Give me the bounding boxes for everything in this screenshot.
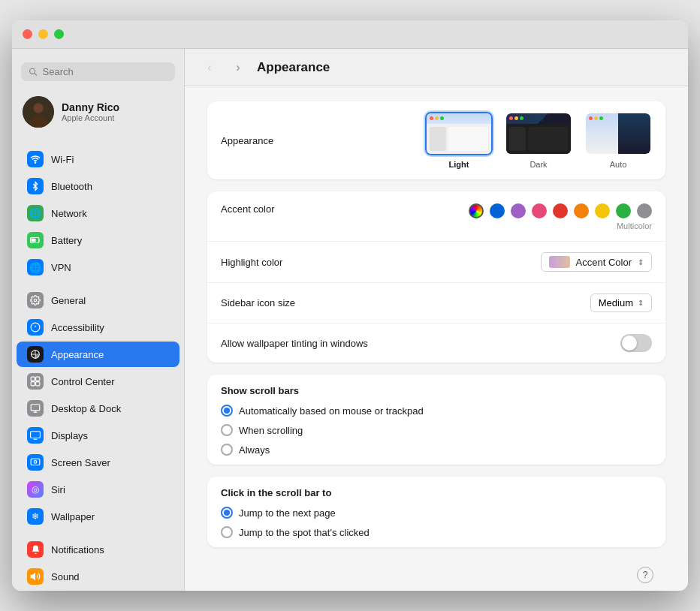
maximize-button[interactable] bbox=[54, 29, 64, 39]
sidebar-icon-size-row: Sidebar icon size Medium ⇕ bbox=[207, 283, 665, 324]
svg-rect-15 bbox=[31, 382, 35, 386]
svg-point-0 bbox=[30, 68, 35, 74]
search-box bbox=[21, 62, 175, 81]
content-area: Danny Rico Apple Account Wi-Fi bbox=[12, 49, 688, 591]
click-scroll-header: Click in the scroll bar to bbox=[207, 477, 665, 503]
back-button[interactable]: ‹ bbox=[200, 58, 219, 77]
accent-selected-label: Multicolor bbox=[617, 221, 652, 230]
accent-blue[interactable] bbox=[490, 203, 505, 218]
svg-line-1 bbox=[35, 73, 37, 75]
general-label: General bbox=[51, 295, 86, 306]
sidebar-item-accessibility[interactable]: Accessibility bbox=[17, 315, 180, 340]
accent-red[interactable] bbox=[553, 203, 568, 218]
desktop-dock-icon bbox=[27, 400, 44, 417]
appearance-icon bbox=[27, 346, 44, 363]
svg-marker-23 bbox=[31, 573, 35, 579]
user-name: Danny Rico bbox=[62, 101, 119, 113]
appearance-option-light[interactable]: Light bbox=[425, 112, 493, 169]
system-preferences-window: Danny Rico Apple Account Wi-Fi bbox=[12, 20, 688, 591]
main-body: Appearance bbox=[185, 86, 688, 591]
accessibility-label: Accessibility bbox=[51, 322, 104, 333]
general-icon bbox=[27, 292, 44, 309]
minimize-button[interactable] bbox=[38, 29, 48, 39]
svg-rect-14 bbox=[36, 377, 40, 381]
wallpaper-tinting-toggle[interactable] bbox=[620, 334, 652, 352]
scroll-always-radio[interactable] bbox=[221, 444, 233, 456]
sidebar-icon-size-label: Sidebar icon size bbox=[221, 297, 356, 309]
sidebar-item-wallpaper[interactable]: ❄ Wallpaper bbox=[17, 504, 180, 529]
siri-icon: ◎ bbox=[27, 481, 44, 498]
click-spot-radio[interactable] bbox=[221, 526, 233, 538]
sidebar-item-network[interactable]: 🌐 Network bbox=[17, 200, 180, 226]
desktop-dock-label: Desktop & Dock bbox=[51, 403, 121, 414]
svg-point-9 bbox=[34, 299, 37, 302]
control-center-label: Control Center bbox=[51, 376, 115, 387]
sidebar-item-sound[interactable]: Sound bbox=[17, 564, 180, 589]
sidebar-item-bluetooth[interactable]: Bluetooth bbox=[17, 173, 180, 199]
accent-green[interactable] bbox=[616, 203, 631, 218]
wifi-icon bbox=[27, 151, 44, 167]
click-scroll-card: Click in the scroll bar to Jump to the n… bbox=[207, 477, 665, 547]
accent-yellow[interactable] bbox=[595, 203, 610, 218]
vpn-label: VPN bbox=[51, 262, 71, 273]
sidebar-item-control-center[interactable]: Control Center bbox=[17, 369, 180, 394]
accent-orange[interactable] bbox=[574, 203, 589, 218]
scroll-auto-radio[interactable] bbox=[221, 405, 233, 417]
forward-button[interactable]: › bbox=[228, 58, 248, 77]
appearance-row-label: Appearance bbox=[221, 135, 356, 146]
show-scroll-bars-header: Show scroll bars bbox=[207, 375, 665, 401]
light-thumbnail bbox=[425, 112, 493, 155]
click-spot-row: Jump to the spot that's clicked bbox=[207, 522, 665, 547]
sidebar-item-battery[interactable]: Battery bbox=[17, 227, 180, 253]
click-next-page-radio[interactable] bbox=[221, 507, 233, 519]
sidebar-item-general[interactable]: General bbox=[17, 287, 180, 313]
svg-point-6 bbox=[35, 162, 35, 163]
appearance-row: Appearance bbox=[207, 101, 665, 179]
appearance-label: Appearance bbox=[51, 349, 104, 360]
user-profile[interactable]: Danny Rico Apple Account bbox=[12, 90, 184, 134]
sidebar-icon-size-button[interactable]: Medium ⇕ bbox=[590, 293, 652, 312]
help-button[interactable]: ? bbox=[637, 567, 653, 583]
auto-label: Auto bbox=[610, 160, 627, 169]
highlight-color-value: Accent Color ⇕ bbox=[356, 252, 652, 272]
network-label: Network bbox=[51, 208, 87, 219]
user-subtitle: Apple Account bbox=[62, 113, 119, 122]
titlebar bbox=[12, 20, 688, 49]
accent-color-row: Accent color bbox=[207, 191, 665, 242]
displays-label: Displays bbox=[51, 430, 88, 441]
sidebar-item-desktop-dock[interactable]: Desktop & Dock bbox=[17, 396, 180, 421]
appearance-options-container: Light bbox=[356, 112, 652, 169]
scroll-always-row: Always bbox=[207, 440, 665, 465]
highlight-color-label: Highlight color bbox=[221, 257, 356, 268]
scroll-scrolling-radio[interactable] bbox=[221, 424, 233, 436]
sidebar-item-notifications[interactable]: Notifications bbox=[17, 537, 180, 562]
user-info: Danny Rico Apple Account bbox=[62, 101, 119, 122]
bluetooth-icon bbox=[27, 178, 44, 194]
appearance-option-auto[interactable]: Auto bbox=[584, 112, 652, 169]
wallpaper-tinting-row: Allow wallpaper tinting in windows bbox=[207, 324, 665, 363]
close-button[interactable] bbox=[23, 29, 32, 39]
bluetooth-label: Bluetooth bbox=[51, 181, 92, 192]
sidebar-item-screen-saver[interactable]: Screen Saver bbox=[17, 450, 180, 475]
sidebar-item-vpn[interactable]: 🌐 VPN bbox=[17, 254, 180, 280]
sidebar-item-displays[interactable]: Displays bbox=[17, 423, 180, 448]
accent-purple[interactable] bbox=[511, 203, 526, 218]
accent-color-label: Accent color bbox=[221, 203, 356, 215]
accent-gray[interactable] bbox=[637, 203, 652, 218]
sidebar-item-wifi[interactable]: Wi-Fi bbox=[17, 146, 180, 172]
appearance-option-dark[interactable]: Dark bbox=[505, 112, 572, 169]
sidebar-item-siri[interactable]: ◎ Siri bbox=[17, 477, 180, 502]
sidebar-item-appearance[interactable]: Appearance bbox=[17, 342, 180, 367]
wallpaper-tinting-value bbox=[368, 334, 652, 352]
svg-rect-21 bbox=[31, 459, 40, 465]
accent-multicolor[interactable] bbox=[469, 203, 484, 218]
battery-icon bbox=[27, 232, 44, 248]
svg-point-5 bbox=[34, 104, 43, 113]
search-input[interactable] bbox=[43, 66, 167, 77]
scroll-bars-card: Show scroll bars Automatically based on … bbox=[207, 375, 665, 465]
svg-rect-8 bbox=[32, 239, 36, 242]
wallpaper-tinting-label: Allow wallpaper tinting in windows bbox=[221, 338, 368, 349]
light-label: Light bbox=[449, 160, 469, 169]
highlight-color-button[interactable]: Accent Color ⇕ bbox=[541, 252, 652, 272]
accent-pink[interactable] bbox=[532, 203, 547, 218]
